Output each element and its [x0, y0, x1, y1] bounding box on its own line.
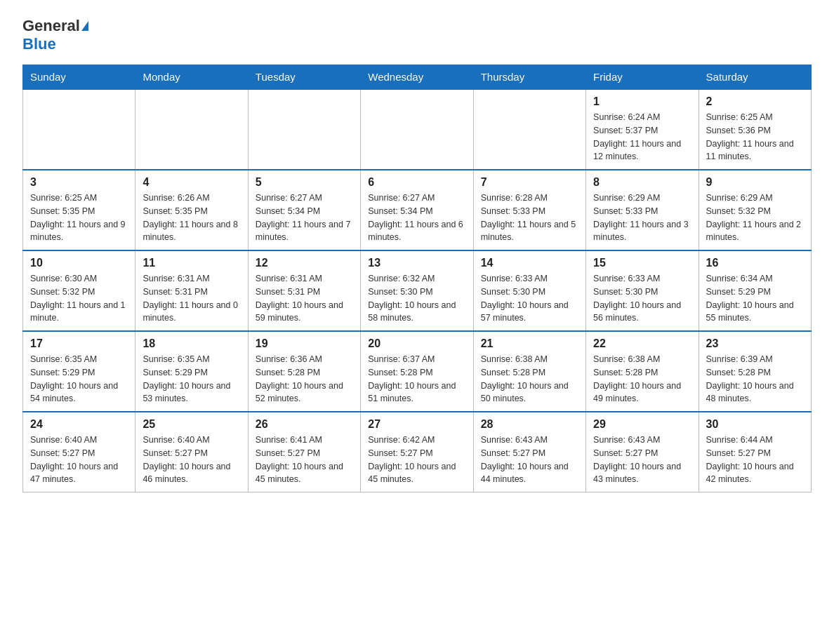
day-number: 24 — [30, 418, 128, 431]
calendar-cell: 15Sunrise: 6:33 AM Sunset: 5:30 PM Dayli… — [586, 250, 699, 331]
logo: General Blue — [22, 17, 88, 53]
calendar-cell: 11Sunrise: 6:31 AM Sunset: 5:31 PM Dayli… — [135, 250, 248, 331]
day-info: Sunrise: 6:38 AM Sunset: 5:28 PM Dayligh… — [481, 353, 578, 405]
day-number: 25 — [143, 418, 240, 431]
calendar-cell: 22Sunrise: 6:38 AM Sunset: 5:28 PM Dayli… — [586, 331, 699, 412]
day-info: Sunrise: 6:26 AM Sunset: 5:35 PM Dayligh… — [143, 192, 240, 244]
calendar-cell — [23, 89, 135, 170]
day-number: 16 — [706, 257, 804, 269]
day-info: Sunrise: 6:28 AM Sunset: 5:33 PM Dayligh… — [481, 192, 578, 244]
day-info: Sunrise: 6:29 AM Sunset: 5:33 PM Dayligh… — [593, 192, 691, 244]
day-info: Sunrise: 6:24 AM Sunset: 5:37 PM Dayligh… — [593, 111, 691, 163]
day-number: 28 — [481, 418, 578, 431]
calendar-cell: 14Sunrise: 6:33 AM Sunset: 5:30 PM Dayli… — [473, 250, 585, 331]
calendar-cell — [135, 89, 248, 170]
day-number: 29 — [593, 418, 691, 431]
calendar-cell: 2Sunrise: 6:25 AM Sunset: 5:36 PM Daylig… — [699, 89, 811, 170]
day-info: Sunrise: 6:43 AM Sunset: 5:27 PM Dayligh… — [481, 434, 578, 486]
day-info: Sunrise: 6:43 AM Sunset: 5:27 PM Dayligh… — [593, 434, 691, 486]
calendar-cell: 6Sunrise: 6:27 AM Sunset: 5:34 PM Daylig… — [361, 170, 473, 250]
day-number: 9 — [706, 176, 804, 189]
calendar-cell: 28Sunrise: 6:43 AM Sunset: 5:27 PM Dayli… — [473, 412, 585, 492]
calendar-cell: 30Sunrise: 6:44 AM Sunset: 5:27 PM Dayli… — [699, 412, 811, 492]
calendar-cell: 3Sunrise: 6:25 AM Sunset: 5:35 PM Daylig… — [23, 170, 135, 250]
day-number: 20 — [368, 337, 465, 350]
calendar-cell — [361, 89, 473, 170]
calendar-cell: 19Sunrise: 6:36 AM Sunset: 5:28 PM Dayli… — [248, 331, 360, 412]
day-number: 14 — [481, 257, 578, 269]
week-row: 10Sunrise: 6:30 AM Sunset: 5:32 PM Dayli… — [23, 250, 812, 331]
page-header: General Blue — [22, 17, 812, 53]
day-number: 30 — [706, 418, 804, 431]
day-number: 13 — [368, 257, 465, 269]
week-row: 1Sunrise: 6:24 AM Sunset: 5:37 PM Daylig… — [23, 89, 812, 170]
day-number: 27 — [368, 418, 465, 431]
day-info: Sunrise: 6:29 AM Sunset: 5:32 PM Dayligh… — [706, 192, 804, 244]
calendar-cell: 13Sunrise: 6:32 AM Sunset: 5:30 PM Dayli… — [361, 250, 473, 331]
day-info: Sunrise: 6:42 AM Sunset: 5:27 PM Dayligh… — [368, 434, 465, 486]
calendar-cell: 17Sunrise: 6:35 AM Sunset: 5:29 PM Dayli… — [23, 331, 135, 412]
day-number: 26 — [256, 418, 353, 431]
day-info: Sunrise: 6:31 AM Sunset: 5:31 PM Dayligh… — [143, 272, 240, 325]
day-info: Sunrise: 6:40 AM Sunset: 5:27 PM Dayligh… — [30, 434, 128, 486]
calendar-cell: 12Sunrise: 6:31 AM Sunset: 5:31 PM Dayli… — [248, 250, 360, 331]
calendar-cell: 21Sunrise: 6:38 AM Sunset: 5:28 PM Dayli… — [473, 331, 585, 412]
day-of-week-header: Monday — [135, 65, 248, 90]
day-info: Sunrise: 6:27 AM Sunset: 5:34 PM Dayligh… — [256, 192, 353, 244]
calendar-cell: 29Sunrise: 6:43 AM Sunset: 5:27 PM Dayli… — [586, 412, 699, 492]
day-number: 1 — [593, 95, 691, 108]
calendar-cell: 8Sunrise: 6:29 AM Sunset: 5:33 PM Daylig… — [586, 170, 699, 250]
day-info: Sunrise: 6:37 AM Sunset: 5:28 PM Dayligh… — [368, 353, 465, 405]
calendar-header-row: SundayMondayTuesdayWednesdayThursdayFrid… — [23, 65, 812, 90]
calendar-cell: 23Sunrise: 6:39 AM Sunset: 5:28 PM Dayli… — [699, 331, 811, 412]
calendar-table: SundayMondayTuesdayWednesdayThursdayFrid… — [22, 65, 812, 492]
day-info: Sunrise: 6:33 AM Sunset: 5:30 PM Dayligh… — [593, 272, 691, 325]
day-number: 12 — [256, 257, 353, 269]
calendar-cell — [248, 89, 360, 170]
day-number: 4 — [143, 176, 240, 189]
day-number: 19 — [256, 337, 353, 350]
day-number: 8 — [593, 176, 691, 189]
day-number: 11 — [143, 257, 240, 269]
calendar-cell: 4Sunrise: 6:26 AM Sunset: 5:35 PM Daylig… — [135, 170, 248, 250]
day-number: 3 — [30, 176, 128, 189]
calendar-cell: 27Sunrise: 6:42 AM Sunset: 5:27 PM Dayli… — [361, 412, 473, 492]
day-info: Sunrise: 6:33 AM Sunset: 5:30 PM Dayligh… — [481, 272, 578, 325]
logo-blue: Blue — [22, 35, 56, 53]
calendar-cell: 7Sunrise: 6:28 AM Sunset: 5:33 PM Daylig… — [473, 170, 585, 250]
week-row: 24Sunrise: 6:40 AM Sunset: 5:27 PM Dayli… — [23, 412, 812, 492]
day-number: 18 — [143, 337, 240, 350]
day-info: Sunrise: 6:35 AM Sunset: 5:29 PM Dayligh… — [30, 353, 128, 405]
calendar-cell: 9Sunrise: 6:29 AM Sunset: 5:32 PM Daylig… — [699, 170, 811, 250]
week-row: 17Sunrise: 6:35 AM Sunset: 5:29 PM Dayli… — [23, 331, 812, 412]
calendar-cell: 5Sunrise: 6:27 AM Sunset: 5:34 PM Daylig… — [248, 170, 360, 250]
day-number: 22 — [593, 337, 691, 350]
day-info: Sunrise: 6:25 AM Sunset: 5:35 PM Dayligh… — [30, 192, 128, 244]
day-info: Sunrise: 6:36 AM Sunset: 5:28 PM Dayligh… — [256, 353, 353, 405]
day-of-week-header: Sunday — [23, 65, 135, 90]
day-info: Sunrise: 6:25 AM Sunset: 5:36 PM Dayligh… — [706, 111, 804, 163]
day-of-week-header: Tuesday — [248, 65, 360, 90]
day-info: Sunrise: 6:44 AM Sunset: 5:27 PM Dayligh… — [706, 434, 804, 486]
logo-general: General — [22, 17, 80, 35]
day-info: Sunrise: 6:35 AM Sunset: 5:29 PM Dayligh… — [143, 353, 240, 405]
day-info: Sunrise: 6:40 AM Sunset: 5:27 PM Dayligh… — [143, 434, 240, 486]
calendar-cell: 10Sunrise: 6:30 AM Sunset: 5:32 PM Dayli… — [23, 250, 135, 331]
day-of-week-header: Wednesday — [361, 65, 473, 90]
day-info: Sunrise: 6:30 AM Sunset: 5:32 PM Dayligh… — [30, 272, 128, 325]
calendar-cell: 1Sunrise: 6:24 AM Sunset: 5:37 PM Daylig… — [586, 89, 699, 170]
day-number: 5 — [256, 176, 353, 189]
day-number: 17 — [30, 337, 128, 350]
day-number: 7 — [481, 176, 578, 189]
day-info: Sunrise: 6:41 AM Sunset: 5:27 PM Dayligh… — [256, 434, 353, 486]
calendar-cell: 26Sunrise: 6:41 AM Sunset: 5:27 PM Dayli… — [248, 412, 360, 492]
day-number: 10 — [30, 257, 128, 269]
calendar-cell: 24Sunrise: 6:40 AM Sunset: 5:27 PM Dayli… — [23, 412, 135, 492]
day-of-week-header: Thursday — [473, 65, 585, 90]
day-info: Sunrise: 6:32 AM Sunset: 5:30 PM Dayligh… — [368, 272, 465, 325]
day-info: Sunrise: 6:34 AM Sunset: 5:29 PM Dayligh… — [706, 272, 804, 325]
calendar-cell: 25Sunrise: 6:40 AM Sunset: 5:27 PM Dayli… — [135, 412, 248, 492]
day-of-week-header: Saturday — [699, 65, 811, 90]
day-number: 23 — [706, 337, 804, 350]
day-number: 21 — [481, 337, 578, 350]
